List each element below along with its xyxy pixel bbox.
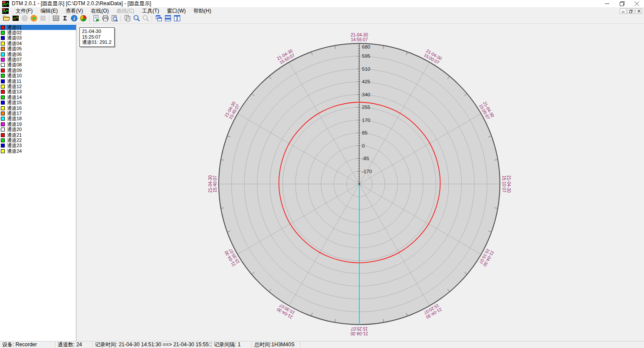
value-tick-label: 255 [362,105,370,110]
channel-color-swatch [1,122,5,126]
channel-color-swatch [1,112,5,115]
table-view-icon [52,14,60,24]
channel-color-swatch [1,133,5,137]
status-interval: 记录间隔: 1 [212,341,252,348]
curve-view-button[interactable] [11,15,20,23]
polar-dial-chart[interactable]: 680595510425340255170850-85-17021-04-301… [76,24,644,341]
channel-color-swatch [1,79,5,83]
channel-color-swatch [1,63,5,67]
time-label-15:40:07: 21-04-3015:40:07 [208,175,217,193]
channel-color-swatch [1,74,5,78]
pie-chart-icon [79,14,87,24]
data-tooltip: 21-04-30 15:25:07 通道01: 291.2 [79,27,115,47]
statusbar: 设备: Recorder 通道数: 24 记录时间: 21-04-30 14:5… [0,341,644,348]
sigma-statistics-button[interactable]: Σ [60,15,69,23]
table-view-button[interactable] [51,15,60,23]
menu-7[interactable]: 窗口(W) [163,8,190,14]
info-button[interactable]: i [69,15,79,23]
export-image-button[interactable] [92,15,101,23]
open-file-button[interactable] [2,15,11,23]
print-preview-button[interactable] [110,15,119,23]
channel-color-swatch [1,90,5,94]
curve-view-icon [12,14,20,24]
zoom-out-button [141,15,150,23]
print-preview-icon [111,14,118,24]
close-icon [634,0,639,8]
channel-color-swatch [1,47,5,51]
minimize-button[interactable] [600,0,614,8]
print-button[interactable] [101,15,110,23]
toolbar: Σi [0,14,644,24]
app-window: DTM 2.0.1 - [圆盘显示] [C:\DTM 2.0.2\RealDat… [0,0,644,348]
toolbar-separator [89,16,90,23]
svg-text:15:40:07: 15:40:07 [213,175,217,192]
tooltip-date: 21-04-30 [82,29,112,34]
value-tick-label: 170 [362,118,370,123]
menu-3[interactable]: 查看(V) [62,8,87,14]
tooltip-value: 通道01: 291.2 [82,39,112,45]
channel-color-swatch [1,36,5,40]
copy-icon [124,14,131,24]
tile-vertical-button[interactable] [172,15,181,23]
channel-color-swatch [1,117,5,121]
mdi-restore-button[interactable] [628,8,634,14]
channel-color-swatch [1,101,5,105]
menu-4[interactable]: 在线(O) [87,8,112,14]
close-button[interactable] [629,0,644,8]
menu-1[interactable]: 文件(F) [12,8,36,14]
print-icon [102,14,109,24]
channel-color-swatch [1,69,5,72]
client-area: 通道01通道02通道03通道04通道05通道06通道07通道08通道09通道10… [0,24,644,341]
menu-5: 曲线(C) [113,8,138,14]
menu-6[interactable]: 工具(T) [138,8,163,14]
record-active-button[interactable] [29,15,38,23]
channel-color-swatch [1,58,5,62]
mdi-close-button[interactable] [635,8,642,14]
record-active-icon [30,14,38,24]
value-tick-label: 85 [362,130,368,135]
stop-inactive-icon [39,14,47,24]
tile-horizontal-icon [164,14,172,24]
mdi-minimize-button[interactable] [620,8,627,14]
tooltip-time: 15:25:07 [82,34,112,40]
pie-chart-button[interactable] [79,15,88,23]
time-label-15:25:07: 21-04-3015:25:07 [351,326,368,336]
channel-item-通道24[interactable]: 通道24 [0,148,76,154]
channel-color-swatch [1,95,5,99]
svg-text:15:25:07: 15:25:07 [351,326,368,331]
stop-inactive-button [38,15,47,23]
chart-area: 680595510425340255170850-85-17021-04-301… [76,24,644,341]
channel-list: 通道01通道02通道03通道04通道05通道06通道07通道08通道09通道10… [0,24,76,341]
channel-color-swatch [1,128,5,131]
toolbar-separator [49,16,49,23]
value-tick-label: 680 [362,44,370,49]
channel-color-swatch [1,149,5,153]
value-tick-label: -170 [362,169,372,174]
app-icon [2,1,9,7]
dial-center [358,183,360,185]
value-tick-label: 425 [362,79,370,84]
channel-label: 通道24 [7,148,22,154]
channel-color-swatch [1,53,5,56]
time-label-15:10:07: 21-04-3015:10:07 [502,175,511,193]
zoom-in-button[interactable] [132,15,141,23]
copy-button[interactable] [123,15,132,23]
menu-8[interactable]: 帮助(H) [190,8,215,14]
mdi-window-controls [620,8,642,14]
menu-2[interactable]: 编辑(E) [36,8,62,14]
value-tick-label: 595 [362,53,370,59]
cascade-windows-button[interactable] [154,15,163,23]
time-label-14:55:07: 21-04-3014:55:07 [351,33,368,42]
channel-color-swatch [1,42,5,46]
status-device: 设备: Recorder [0,341,56,348]
minimize-icon [605,0,610,8]
svg-text:14:55:07: 14:55:07 [351,37,368,42]
svg-text:15:10:07: 15:10:07 [502,176,506,193]
record-inactive-icon [21,14,29,24]
channel-color-swatch [1,85,5,89]
tile-horizontal-button[interactable] [163,15,172,23]
channel-color-swatch [1,106,5,110]
restore-button[interactable] [614,0,629,8]
cascade-windows-icon [155,14,163,24]
tile-vertical-icon [173,14,181,24]
